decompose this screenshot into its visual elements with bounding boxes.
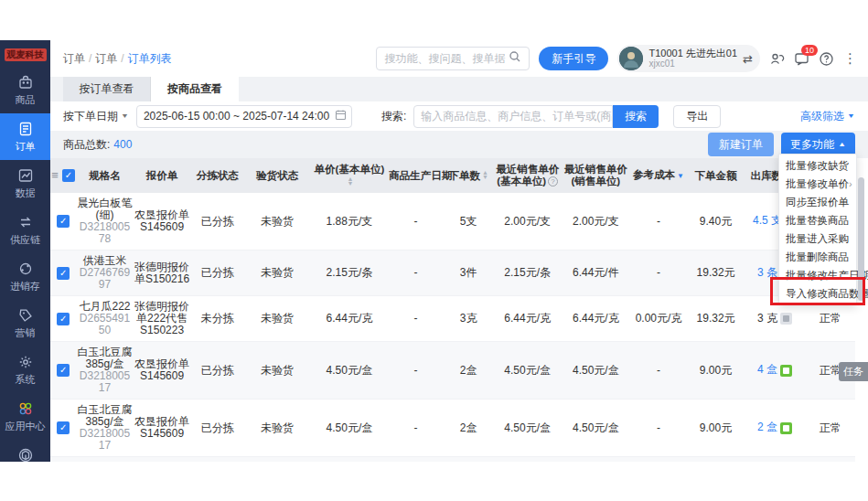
col-order-amount[interactable]: 下单金额 xyxy=(687,158,745,193)
service-icon[interactable] xyxy=(769,51,785,67)
outbound-qty-link[interactable]: 3 条 xyxy=(757,266,777,279)
recent-price-sale: 4.50元/盒 xyxy=(562,342,630,400)
sidebar-item-inventory[interactable]: 进销存 xyxy=(0,253,50,300)
help-circle-icon[interactable]: ? xyxy=(548,176,558,187)
chevron-down-icon: ▼ xyxy=(121,112,129,120)
new-order-button[interactable]: 新建订单 xyxy=(708,133,774,156)
search-icon[interactable] xyxy=(509,50,521,67)
select-all-checkbox[interactable]: ✓ xyxy=(62,169,75,182)
sidebar-item-label: 商品 xyxy=(16,93,36,107)
order-amount: 9.40元 xyxy=(687,193,745,250)
dropdown-item[interactable]: 批量进入采购 xyxy=(779,229,856,248)
user-name: T10001 先进先出01 xyxy=(648,48,737,59)
col-recent-price-base[interactable]: 最近销售单价 (基本单位)? xyxy=(493,158,562,193)
order-amount: 10.00元 xyxy=(687,457,745,463)
sort-icon[interactable]: ▲▼ xyxy=(347,177,353,187)
order-amount: 19.32元 xyxy=(687,296,745,342)
inspection-status: 未验货 xyxy=(244,457,311,463)
filter-icon[interactable]: ▼ xyxy=(677,172,684,180)
apps-icon xyxy=(17,400,34,417)
sidebar-item-supply-chain[interactable]: 供应链 xyxy=(0,207,50,253)
dropdown-item[interactable]: 批量删除商品 xyxy=(779,248,856,266)
date-type-select[interactable]: 按下单日期▼ xyxy=(63,109,129,124)
calendar-icon xyxy=(335,109,347,123)
outbound-edit-icon[interactable] xyxy=(780,422,792,434)
dropdown-item[interactable]: 批量替换商品 xyxy=(779,211,856,229)
outbound-qty-link[interactable]: 3 克 xyxy=(757,312,777,325)
sidebar-item-app-center[interactable]: 应用中心 xyxy=(0,393,50,440)
global-search-input[interactable]: 搜功能、搜问题、搜单据 xyxy=(376,47,530,70)
inspection-status: 未验货 xyxy=(244,342,311,400)
vertical-scrollbar[interactable] xyxy=(858,177,864,301)
bag-icon xyxy=(17,74,34,91)
sidebar-item-orders[interactable]: 订单 xyxy=(0,113,50,160)
row-checkbox[interactable]: ✓ xyxy=(57,215,70,228)
col-spec-name[interactable]: 规格名 xyxy=(76,158,134,193)
row-checkbox[interactable]: ✓ xyxy=(57,421,70,434)
col-order-qty[interactable]: 下单数▲▼ xyxy=(444,158,493,193)
user-menu[interactable]: T10001 先进先出01 xjxc01 ⇄ xyxy=(617,45,760,72)
export-button[interactable]: 导出 xyxy=(673,105,721,128)
row-checkbox[interactable]: ✓ xyxy=(57,267,70,280)
sidebar-item-bottom[interactable] xyxy=(0,440,50,462)
column-settings-icon[interactable]: ≡ xyxy=(51,168,59,182)
col-quote-sheet[interactable]: 报价单 xyxy=(134,158,191,193)
task-floating-tab[interactable]: 任务 xyxy=(839,362,868,381)
col-unit-price[interactable]: 单价(基本单位)▲▼ xyxy=(311,158,389,193)
gear-icon xyxy=(17,354,34,370)
guide-button[interactable]: 新手引导 xyxy=(539,47,608,70)
ref-cost: - xyxy=(630,342,688,400)
help-icon[interactable] xyxy=(819,51,834,67)
recent-price-base: 2.15元/条 xyxy=(493,250,562,296)
inspection-status: 未验货 xyxy=(244,250,311,296)
tab-order-view[interactable]: 按订单查看 xyxy=(63,77,151,101)
table-search-input[interactable]: 输入商品信息、商户信息、订单号或(商品、商户 xyxy=(413,105,613,128)
sidebar-item-marketing[interactable]: 营销 xyxy=(0,300,50,346)
col-sorting-status[interactable]: 分拣状态 xyxy=(190,158,244,193)
outbound-qty-link[interactable]: 4 盒 xyxy=(757,363,777,376)
dropdown-item[interactable]: 批量修改缺货 xyxy=(779,156,856,175)
breadcrumb-level1[interactable]: 订单 xyxy=(63,52,85,65)
row-checkbox[interactable]: ✓ xyxy=(57,364,70,377)
sort-icon[interactable]: ▲▼ xyxy=(482,171,488,180)
advanced-filter-link[interactable]: 高级筛选▼ xyxy=(800,109,855,124)
sidebar-item-system[interactable]: 系统 xyxy=(0,346,50,393)
quote-sheet: 张德明报价单222代售S150223 xyxy=(134,300,189,336)
messages-icon[interactable]: 10 xyxy=(794,51,809,67)
search-button[interactable]: 搜索 xyxy=(613,105,659,128)
col-inspection-status[interactable]: 验货状态 xyxy=(244,158,311,193)
switch-account-icon[interactable]: ⇄ xyxy=(743,52,753,66)
ref-cost: - xyxy=(630,193,688,250)
sidebar: 观麦科技 商品 订单 数据 供应链 进销存 营销 系统 xyxy=(0,40,50,462)
row-checkbox[interactable]: ✓ xyxy=(57,313,70,325)
outbound-edit-icon[interactable] xyxy=(780,313,792,325)
top-bar: 订单/订单/订单列表 搜功能、搜问题、搜单据 新手引导 T10001 先进先出0… xyxy=(50,40,868,77)
sidebar-item-data[interactable]: 数据 xyxy=(0,160,50,207)
recent-price-sale: 6.44元/克 xyxy=(562,296,630,342)
col-recent-price-sale[interactable]: 最近销售单价 (销售单位) xyxy=(562,158,630,193)
swap-arrows-icon xyxy=(17,214,34,230)
table-body: ✓ 晨光白板笔(细)D321800578 农垦报价单S145609 已分拣 未验… xyxy=(50,193,855,462)
breadcrumb-level2[interactable]: 订单 xyxy=(95,52,117,65)
col-production-date[interactable]: 商品生产日期 xyxy=(388,158,444,193)
dropdown-item[interactable]: 批量修改单价 › xyxy=(779,175,856,193)
dropdown-item[interactable]: 批量修改生产日期 xyxy=(779,266,856,284)
dropdown-item[interactable]: 导入修改商品数量 xyxy=(779,284,856,303)
col-ref-cost[interactable]: 参考成本▼ xyxy=(630,158,688,193)
production-date: - xyxy=(388,400,444,457)
outbound-edit-icon[interactable] xyxy=(780,365,792,377)
date-range-input[interactable]: 2025-06-15 00:00 ~ 2025-07-14 24:00 xyxy=(136,105,352,128)
sidebar-item-label: 进销存 xyxy=(10,280,40,293)
main-area: 订单/订单/订单列表 搜功能、搜问题、搜单据 新手引导 T10001 先进先出0… xyxy=(50,40,868,462)
tab-product-view[interactable]: 按商品查看 xyxy=(151,77,239,101)
sidebar-item-goods[interactable]: 商品 xyxy=(0,67,50,113)
product-id: D321800578 xyxy=(77,221,133,245)
more-menu-icon[interactable]: ⋮ xyxy=(843,50,857,67)
sidebar-item-label: 供应链 xyxy=(10,233,40,247)
chart-icon xyxy=(17,167,34,184)
unit-price: 1.88元/支 xyxy=(311,193,389,250)
inspection-status: 未验货 xyxy=(244,193,311,250)
dropdown-item[interactable]: 同步至报价单 xyxy=(779,193,856,211)
recent-price-base: 2.00元/支 xyxy=(493,457,562,463)
outbound-qty-link[interactable]: 2 盒 xyxy=(757,421,777,433)
